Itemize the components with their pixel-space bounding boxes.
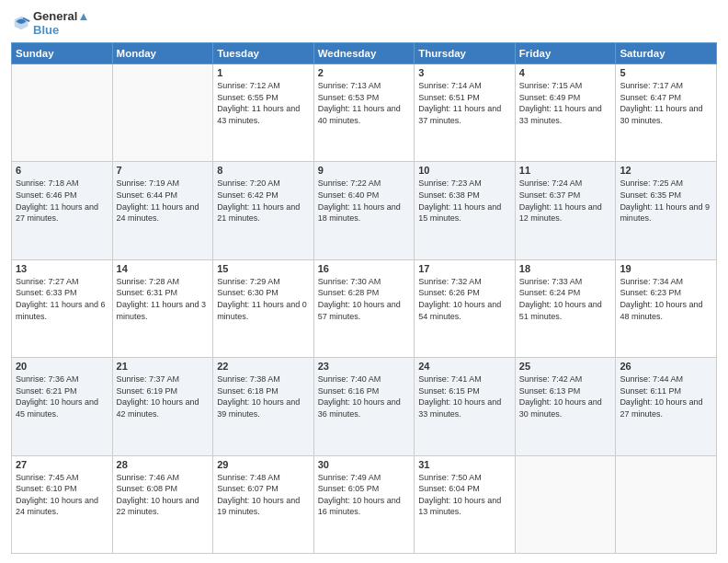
day-number: 17 — [418, 263, 511, 274]
day-info: Sunrise: 7:13 AMSunset: 6:53 PMDaylight:… — [318, 80, 411, 126]
calendar-cell: 27Sunrise: 7:45 AMSunset: 6:10 PMDayligh… — [12, 455, 113, 553]
day-info: Sunrise: 7:46 AMSunset: 6:08 PMDaylight:… — [117, 472, 210, 518]
day-number: 13 — [16, 263, 108, 274]
calendar-cell: 24Sunrise: 7:41 AMSunset: 6:15 PMDayligh… — [415, 358, 516, 455]
logo: General▲ Blue — [11, 9, 89, 37]
day-info: Sunrise: 7:17 AMSunset: 6:47 PMDaylight:… — [620, 80, 712, 126]
calendar-cell — [515, 455, 616, 553]
calendar-week-4: 20Sunrise: 7:36 AMSunset: 6:21 PMDayligh… — [12, 358, 717, 455]
calendar-cell: 29Sunrise: 7:48 AMSunset: 6:07 PMDayligh… — [213, 455, 314, 553]
calendar-cell: 4Sunrise: 7:15 AMSunset: 6:49 PMDaylight… — [515, 64, 616, 162]
day-number: 24 — [418, 361, 511, 372]
col-saturday: Saturday — [616, 43, 717, 64]
day-info: Sunrise: 7:45 AMSunset: 6:10 PMDaylight:… — [16, 472, 108, 518]
calendar-cell: 30Sunrise: 7:49 AMSunset: 6:05 PMDayligh… — [313, 455, 415, 553]
calendar-cell: 2Sunrise: 7:13 AMSunset: 6:53 PMDaylight… — [313, 64, 415, 162]
day-number: 3 — [418, 67, 511, 78]
calendar-week-2: 6Sunrise: 7:18 AMSunset: 6:46 PMDaylight… — [12, 162, 717, 259]
day-info: Sunrise: 7:19 AMSunset: 6:44 PMDaylight:… — [117, 178, 210, 224]
day-info: Sunrise: 7:33 AMSunset: 6:24 PMDaylight:… — [519, 276, 612, 322]
day-info: Sunrise: 7:20 AMSunset: 6:42 PMDaylight:… — [217, 178, 310, 224]
day-info: Sunrise: 7:24 AMSunset: 6:37 PMDaylight:… — [519, 178, 612, 224]
calendar-cell: 9Sunrise: 7:22 AMSunset: 6:40 PMDaylight… — [313, 162, 415, 259]
day-number: 11 — [519, 165, 612, 176]
day-number: 15 — [217, 263, 310, 274]
col-tuesday: Tuesday — [213, 43, 314, 64]
day-info: Sunrise: 7:36 AMSunset: 6:21 PMDaylight:… — [16, 373, 108, 419]
day-number: 27 — [16, 459, 108, 470]
calendar-header: Sunday Monday Tuesday Wednesday Thursday… — [12, 43, 717, 64]
calendar-cell: 12Sunrise: 7:25 AMSunset: 6:35 PMDayligh… — [616, 162, 717, 259]
calendar-cell: 19Sunrise: 7:34 AMSunset: 6:23 PMDayligh… — [616, 259, 717, 357]
calendar-table: Sunday Monday Tuesday Wednesday Thursday… — [11, 42, 717, 554]
day-number: 19 — [620, 263, 712, 274]
day-info: Sunrise: 7:12 AMSunset: 6:55 PMDaylight:… — [217, 80, 310, 126]
logo-line1: General▲ — [33, 9, 89, 23]
calendar-week-1: 1Sunrise: 7:12 AMSunset: 6:55 PMDaylight… — [12, 64, 717, 162]
day-number: 10 — [418, 165, 511, 176]
day-info: Sunrise: 7:48 AMSunset: 6:07 PMDaylight:… — [217, 472, 310, 518]
day-info: Sunrise: 7:22 AMSunset: 6:40 PMDaylight:… — [318, 178, 411, 224]
day-info: Sunrise: 7:42 AMSunset: 6:13 PMDaylight:… — [519, 373, 612, 419]
header-row: Sunday Monday Tuesday Wednesday Thursday… — [12, 43, 717, 64]
calendar-cell: 23Sunrise: 7:40 AMSunset: 6:16 PMDayligh… — [313, 358, 415, 455]
calendar-cell: 16Sunrise: 7:30 AMSunset: 6:28 PMDayligh… — [313, 259, 415, 357]
day-info: Sunrise: 7:28 AMSunset: 6:31 PMDaylight:… — [117, 276, 210, 322]
day-number: 23 — [318, 361, 411, 372]
calendar-cell: 18Sunrise: 7:33 AMSunset: 6:24 PMDayligh… — [515, 259, 616, 357]
calendar-week-5: 27Sunrise: 7:45 AMSunset: 6:10 PMDayligh… — [12, 455, 717, 553]
col-sunday: Sunday — [12, 43, 113, 64]
logo-text: General▲ Blue — [33, 9, 89, 37]
calendar-cell — [616, 455, 717, 553]
logo-icon — [11, 13, 31, 33]
day-info: Sunrise: 7:15 AMSunset: 6:49 PMDaylight:… — [519, 80, 612, 126]
day-number: 29 — [217, 459, 310, 470]
day-number: 25 — [519, 361, 612, 372]
calendar-cell: 31Sunrise: 7:50 AMSunset: 6:04 PMDayligh… — [415, 455, 516, 553]
day-number: 31 — [418, 459, 511, 470]
calendar-cell: 3Sunrise: 7:14 AMSunset: 6:51 PMDaylight… — [415, 64, 516, 162]
logo-line2: Blue — [33, 23, 89, 37]
calendar-cell: 13Sunrise: 7:27 AMSunset: 6:33 PMDayligh… — [12, 259, 113, 357]
calendar-week-3: 13Sunrise: 7:27 AMSunset: 6:33 PMDayligh… — [12, 259, 717, 357]
day-number: 30 — [318, 459, 411, 470]
calendar-cell: 14Sunrise: 7:28 AMSunset: 6:31 PMDayligh… — [112, 259, 213, 357]
day-number: 26 — [620, 361, 712, 372]
day-info: Sunrise: 7:37 AMSunset: 6:19 PMDaylight:… — [117, 373, 210, 419]
calendar-cell: 26Sunrise: 7:44 AMSunset: 6:11 PMDayligh… — [616, 358, 717, 455]
col-friday: Friday — [515, 43, 616, 64]
day-number: 6 — [16, 165, 108, 176]
calendar-cell: 1Sunrise: 7:12 AMSunset: 6:55 PMDaylight… — [213, 64, 314, 162]
calendar-cell: 10Sunrise: 7:23 AMSunset: 6:38 PMDayligh… — [415, 162, 516, 259]
calendar-cell — [112, 64, 213, 162]
day-info: Sunrise: 7:30 AMSunset: 6:28 PMDaylight:… — [318, 276, 411, 322]
day-number: 18 — [519, 263, 612, 274]
day-number: 22 — [217, 361, 310, 372]
header: General▲ Blue — [11, 9, 717, 37]
calendar-cell: 20Sunrise: 7:36 AMSunset: 6:21 PMDayligh… — [12, 358, 113, 455]
day-info: Sunrise: 7:41 AMSunset: 6:15 PMDaylight:… — [418, 373, 511, 419]
calendar-cell: 15Sunrise: 7:29 AMSunset: 6:30 PMDayligh… — [213, 259, 314, 357]
col-monday: Monday — [112, 43, 213, 64]
day-info: Sunrise: 7:49 AMSunset: 6:05 PMDaylight:… — [318, 472, 411, 518]
calendar-cell: 22Sunrise: 7:38 AMSunset: 6:18 PMDayligh… — [213, 358, 314, 455]
day-info: Sunrise: 7:34 AMSunset: 6:23 PMDaylight:… — [620, 276, 712, 322]
day-info: Sunrise: 7:29 AMSunset: 6:30 PMDaylight:… — [217, 276, 310, 322]
day-info: Sunrise: 7:50 AMSunset: 6:04 PMDaylight:… — [418, 472, 511, 518]
day-number: 14 — [117, 263, 210, 274]
calendar-cell: 6Sunrise: 7:18 AMSunset: 6:46 PMDaylight… — [12, 162, 113, 259]
day-number: 21 — [117, 361, 210, 372]
day-info: Sunrise: 7:23 AMSunset: 6:38 PMDaylight:… — [418, 178, 511, 224]
day-number: 16 — [318, 263, 411, 274]
day-info: Sunrise: 7:32 AMSunset: 6:26 PMDaylight:… — [418, 276, 511, 322]
day-number: 2 — [318, 67, 411, 78]
day-number: 20 — [16, 361, 108, 372]
day-number: 9 — [318, 165, 411, 176]
calendar-cell: 17Sunrise: 7:32 AMSunset: 6:26 PMDayligh… — [415, 259, 516, 357]
day-number: 28 — [117, 459, 210, 470]
day-number: 1 — [217, 67, 310, 78]
calendar-cell: 28Sunrise: 7:46 AMSunset: 6:08 PMDayligh… — [112, 455, 213, 553]
day-info: Sunrise: 7:40 AMSunset: 6:16 PMDaylight:… — [318, 373, 411, 419]
day-number: 8 — [217, 165, 310, 176]
day-info: Sunrise: 7:38 AMSunset: 6:18 PMDaylight:… — [217, 373, 310, 419]
